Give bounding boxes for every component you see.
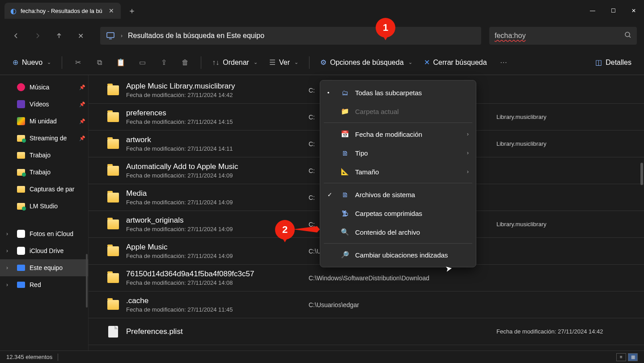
menu-date-modified[interactable]: 📅 Fecha de modificación › (320, 125, 476, 144)
sidebar-item[interactable]: Trabajo (0, 164, 88, 181)
result-row[interactable]: .cacheFecha de modificación: 27/11/2024 … (89, 291, 644, 318)
chevron-right-icon[interactable]: › (6, 231, 13, 237)
search-input[interactable]: fecha:hoy (489, 27, 637, 45)
results-scrollbar[interactable] (640, 163, 643, 185)
result-meta: Library.musiclibrary (496, 140, 631, 147)
index-icon: 🔎 (341, 251, 349, 259)
maximize-button[interactable]: ☐ (603, 2, 623, 19)
sidebar-scrollbar[interactable] (86, 254, 88, 308)
folder-icon (17, 185, 25, 193)
sidebar-item[interactable]: Música📌 (0, 79, 88, 96)
sort-button[interactable]: ↑↓ Ordenar ⌄ (208, 54, 262, 72)
result-row[interactable]: Preferences.plist Fecha de modificación:… (89, 318, 644, 345)
result-date: Fecha de modificación: 27/11/2024 14:09 (126, 253, 305, 259)
chevron-right-icon[interactable]: › (6, 282, 13, 288)
result-name: Apple Music Library.musiclibrary (126, 82, 305, 91)
sidebar-item[interactable]: ›Red (0, 276, 88, 293)
sort-label: Ordenar (223, 59, 249, 67)
more-button[interactable]: ⋯ (494, 54, 513, 72)
title-bar: ◐ fecha:hoy - Resultados de la bú ✕ ＋ — … (0, 0, 644, 21)
view-button[interactable]: ☰ Ver ⌄ (265, 54, 303, 72)
copy-button[interactable]: ⧉ (90, 54, 109, 72)
folder-icon (107, 300, 119, 310)
details-pane-button[interactable]: ◫ Detalles (591, 54, 636, 72)
chevron-down-icon: ⌄ (294, 59, 298, 65)
list-view-button[interactable]: ≡ (616, 353, 626, 361)
sidebar-item-label: Fotos en iCloud (30, 230, 85, 237)
sidebar-item[interactable]: ›Este equipo (0, 259, 88, 276)
chevron-down-icon: ⌄ (254, 59, 258, 65)
close-search-button[interactable]: ✕ Cerrar búsqueda (419, 54, 491, 72)
system-icon: 🗎 (341, 191, 349, 198)
share-button[interactable]: ⇪ (154, 54, 173, 72)
new-button[interactable]: ⊕ Nuevo ⌄ (8, 54, 55, 72)
separator (201, 56, 201, 69)
music-icon (17, 83, 25, 91)
new-tab-button[interactable]: ＋ (124, 3, 140, 18)
toolbar: ⊕ Nuevo ⌄ ✂ ⧉ 📋 ▭ ⇪ 🗑 ↑↓ Ordenar ⌄ ☰ Ver… (0, 50, 644, 75)
result-row[interactable]: 76150d14d364d9a41f5ba4f089fc3c57Fecha de… (89, 265, 644, 291)
forward-button[interactable] (29, 27, 47, 45)
menu-label: Tamaño (355, 168, 461, 176)
cut-button[interactable]: ✂ (68, 54, 87, 72)
separator (58, 354, 58, 361)
sidebar-item-label: Trabajo (30, 152, 85, 159)
cloud-icon (17, 230, 25, 238)
rename-button[interactable]: ▭ (133, 54, 152, 72)
menu-all-subfolders[interactable]: • 🗂 Todas las subcarpetas (320, 83, 476, 102)
menu-size[interactable]: 📐 Tamaño › (320, 162, 476, 181)
result-name: Media (126, 189, 305, 198)
result-name: Automatically Add to Apple Music (126, 162, 305, 171)
annotation-marker-1: 1 (376, 18, 395, 38)
folder-icon (107, 139, 119, 149)
sidebar-item[interactable]: LM Studio (0, 198, 88, 215)
folder-icon (107, 112, 119, 122)
pin-icon: 📌 (79, 84, 85, 90)
sidebar-item[interactable]: ›iCloud Drive (0, 242, 88, 259)
sidebar-item[interactable]: Capturas de par (0, 181, 88, 198)
chevron-right-icon[interactable]: › (6, 248, 13, 254)
folder-g-icon (17, 134, 25, 142)
pin-icon: 📌 (79, 118, 85, 124)
close-tab-button[interactable]: ✕ (107, 7, 115, 15)
sidebar-item[interactable]: Mi unidad📌 (0, 113, 88, 130)
status-bar: 12.345 elementos ≡ ▦ (0, 350, 644, 363)
menu-change-indexed[interactable]: 🔎 Cambiar ubicaciones indizadas (320, 245, 476, 264)
menu-system-files[interactable]: ✓ 🗎 Archivos de sistema (320, 185, 476, 204)
address-text: Resultados de la búsqueda en Este equipo (128, 32, 264, 40)
sidebar-item[interactable]: Trabajo (0, 147, 88, 164)
chevron-right-icon[interactable]: › (6, 265, 13, 271)
menu-type[interactable]: 🗎 Tipo › (320, 144, 476, 162)
sidebar-item[interactable]: Vídeos📌 (0, 96, 88, 113)
refresh-cancel-button[interactable]: ✕ (72, 27, 89, 45)
sidebar-item-label: Mi unidad (30, 118, 75, 125)
details-view-button[interactable]: ▦ (628, 353, 638, 361)
search-options-button[interactable]: ⚙ Opciones de búsqueda ⌄ (316, 54, 417, 72)
more-icon: ⋯ (500, 58, 507, 67)
address-bar[interactable]: › Resultados de la búsqueda en Este equi… (100, 27, 481, 45)
sidebar-item-label: iCloud Drive (30, 247, 85, 254)
menu-current-folder[interactable]: 📁 Carpeta actual (320, 102, 476, 121)
sort-icon: ↑↓ (212, 59, 219, 67)
paste-button[interactable]: 📋 (111, 54, 130, 72)
result-name: Preferences.plist (126, 327, 305, 336)
back-button[interactable] (7, 27, 25, 45)
folder-icon (107, 246, 119, 256)
trash-icon: 🗑 (182, 59, 189, 67)
zip-icon: 🗜 (341, 210, 349, 217)
menu-compressed-folders[interactable]: 🗜 Carpetas comprimidas (320, 204, 476, 223)
up-button[interactable] (50, 27, 68, 45)
drive-icon (17, 117, 25, 125)
close-window-button[interactable]: ✕ (623, 2, 644, 19)
sidebar-item[interactable]: Streaming de📌 (0, 130, 88, 147)
window-tab[interactable]: ◐ fecha:hoy - Resultados de la bú ✕ (4, 3, 121, 19)
delete-button[interactable]: 🗑 (176, 54, 195, 72)
menu-label: Cambiar ubicaciones indizadas (355, 251, 469, 259)
minimize-button[interactable]: — (582, 2, 603, 19)
search-icon (624, 31, 631, 40)
search-options-label: Opciones de búsqueda (330, 59, 404, 67)
menu-file-contents[interactable]: 🔍 Contenido del archivo (320, 223, 476, 241)
sidebar-item[interactable]: ›Fotos en iCloud (0, 225, 88, 242)
pin-icon: 📌 (79, 135, 85, 141)
result-date: Fecha de modificación: 27/11/2024 11:45 (126, 306, 305, 313)
